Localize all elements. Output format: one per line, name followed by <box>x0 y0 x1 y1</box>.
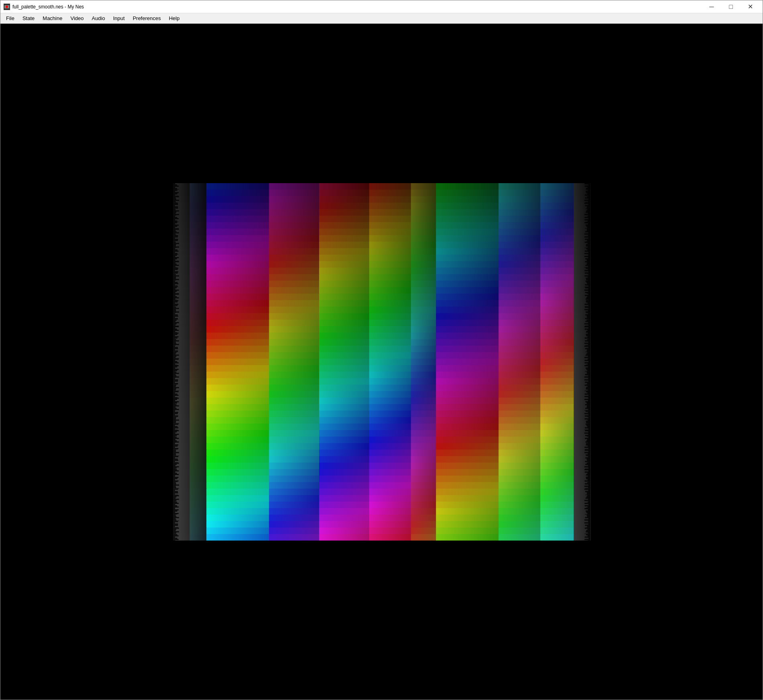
menu-input[interactable]: Input <box>109 14 129 23</box>
nes-canvas <box>169 177 594 547</box>
menu-file[interactable]: File <box>2 14 18 23</box>
minimize-button[interactable]: ─ <box>702 0 721 13</box>
nes-display <box>169 177 594 547</box>
title-bar-controls: ─ □ ✕ <box>702 0 759 13</box>
window-title: full_palette_smooth.nes - My Nes <box>12 4 84 10</box>
app-icon <box>4 4 10 10</box>
menu-audio[interactable]: Audio <box>87 14 109 23</box>
title-bar: full_palette_smooth.nes - My Nes ─ □ ✕ <box>0 0 763 13</box>
close-button[interactable]: ✕ <box>741 0 759 13</box>
menu-machine[interactable]: Machine <box>39 14 66 23</box>
nes-content-area <box>0 24 763 700</box>
svg-point-2 <box>6 6 8 8</box>
maximize-button[interactable]: □ <box>722 0 740 13</box>
menu-bar: File State Machine Video Audio Input Pre… <box>0 13 763 24</box>
menu-state[interactable]: State <box>18 14 39 23</box>
title-bar-left: full_palette_smooth.nes - My Nes <box>4 4 84 10</box>
menu-help[interactable]: Help <box>165 14 184 23</box>
application-window: full_palette_smooth.nes - My Nes ─ □ ✕ F… <box>0 0 763 700</box>
menu-preferences[interactable]: Preferences <box>129 14 165 23</box>
menu-video[interactable]: Video <box>66 14 87 23</box>
